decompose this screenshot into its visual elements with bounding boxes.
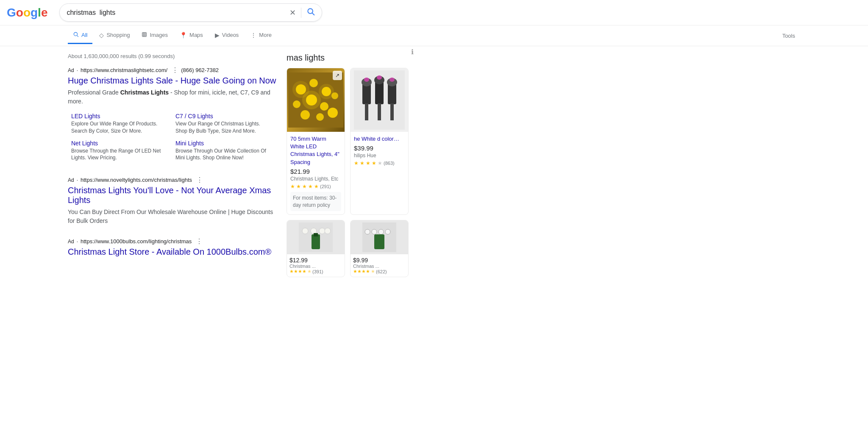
ad-url-2[interactable]: https://www.noveltylights.com/christmas/… [81, 177, 192, 183]
ad-badge-1: Ad [68, 67, 74, 73]
tab-more[interactable]: ⋮ More [245, 28, 277, 44]
ad-meta-3: Ad · https://www.1000bulbs.com/lighting/… [68, 237, 280, 245]
ad-menu-icon-2[interactable]: ⋮ [196, 176, 203, 184]
ad-badge-2: Ad [68, 177, 74, 183]
bottom-product-stars-2: ★★★★★ (622) [353, 269, 406, 274]
product-title-1[interactable]: 70 5mm Warm White LED Christmas Lights, … [290, 135, 341, 166]
product-card-1-main: ↗ [287, 68, 345, 132]
star-5: ★ [314, 183, 319, 189]
svg-point-46 [378, 229, 384, 234]
ad-dot-separator-3: · [77, 239, 78, 245]
svg-point-13 [293, 100, 300, 108]
sub-link-net: Net Lights Browse Through the Range Of L… [71, 137, 175, 164]
product-card-2-main [351, 68, 408, 132]
svg-point-0 [308, 8, 313, 14]
bottom-products: $12.99 Christmas ... ★★★★★ (391) [287, 220, 409, 277]
tab-maps-label: Maps [189, 32, 203, 38]
sub-link-led: LED Lights Explore Our Wide Range Of Pro… [71, 110, 175, 137]
videos-tab-icon: ▶ [215, 32, 220, 39]
tools-button[interactable]: Tools [777, 28, 800, 43]
search-button-icon[interactable] [306, 7, 315, 18]
bottom-product-price-2: $9.99 [353, 257, 406, 264]
tab-videos-label: Videos [222, 32, 239, 38]
sub-link-c7c9-title[interactable]: C7 / C9 Lights [175, 113, 273, 120]
search-input[interactable] [67, 9, 289, 17]
tab-images[interactable]: Images [136, 28, 173, 44]
svg-point-11 [309, 79, 318, 87]
ad-meta-2: Ad · https://www.noveltylights.com/chris… [68, 176, 280, 184]
sub-link-c7c9-desc: View Our Range Of Christmas Lights. Shop… [175, 120, 273, 135]
product-card-1[interactable]: ↗ 70 5mm Warm White LED Christmas Lights… [287, 68, 345, 215]
product-title-2[interactable]: he White d color… [354, 135, 405, 143]
ad-title-2[interactable]: Christmas Lights You'll Love - Not Your … [68, 186, 280, 205]
external-link-icon-1[interactable]: ↗ [333, 71, 342, 80]
ad-phone-1: (866) 962-7382 [181, 67, 219, 73]
more-tab-icon: ⋮ [250, 32, 256, 39]
star-3: ★ [302, 183, 307, 189]
svg-rect-25 [375, 81, 384, 104]
product-stars-1: ★ ★ ★ ★ ★ (291) [290, 183, 341, 189]
info-icon[interactable]: ℹ [411, 48, 414, 56]
right-panel: ℹ mas lights [280, 46, 415, 277]
stars-count-2: (863) [384, 161, 395, 166]
ad-title-3[interactable]: Christmas Light Store - Available On 100… [68, 247, 280, 257]
sub-link-mini-title[interactable]: Mini Lights [175, 140, 273, 147]
bottom-product-1[interactable]: $12.99 Christmas ... ★★★★★ (391) [287, 220, 345, 277]
logo-letter-o1: o [16, 6, 23, 19]
sub-link-led-title[interactable]: LED Lights [71, 113, 169, 120]
svg-point-18 [316, 113, 324, 121]
bottom-product-2[interactable]: $9.99 Christmas ... ★★★★★ (622) [350, 220, 409, 277]
svg-point-38 [311, 228, 317, 234]
ad-url-3[interactable]: https://www.1000bulbs.com/lighting/chris… [81, 238, 192, 245]
clear-icon[interactable]: ✕ [289, 8, 296, 17]
ad-title-1[interactable]: Huge Christmas Lights Sale - Huge Sale G… [68, 76, 280, 86]
logo-letter-l: l [38, 6, 41, 19]
tab-all[interactable]: All [68, 27, 92, 44]
bottom-product-info-2: $9.99 Christmas ... ★★★★★ (622) [351, 254, 408, 277]
tab-shopping-label: Shopping [106, 32, 130, 38]
svg-rect-33 [365, 103, 368, 120]
svg-point-44 [365, 229, 370, 234]
star2-4: ★ [372, 160, 376, 166]
return-policy: For most items: 30-day return policy [290, 192, 341, 211]
sub-link-net-desc: Browse Through the Range Of LED Net Ligh… [71, 147, 169, 162]
nav-tabs: All ◇ Shopping Images 📍 Maps ▶ Videos ⋮ … [0, 25, 868, 46]
product-seller-2: hilips Hue [354, 153, 405, 158]
shopping-tab-icon: ◇ [99, 32, 104, 39]
tab-maps[interactable]: 📍 Maps [175, 28, 208, 44]
ad-meta-1: Ad · https://www.christmaslightsetc.com/… [68, 66, 280, 74]
sub-link-net-title[interactable]: Net Lights [71, 140, 169, 147]
ad-result-2: Ad · https://www.noveltylights.com/chris… [68, 176, 280, 225]
svg-point-2 [74, 32, 77, 36]
bottom-product-info-1: $12.99 Christmas ... ★★★★★ (391) [287, 254, 345, 277]
product-card-2[interactable]: he White d color… $39.99 hilips Hue ★ ★ … [350, 68, 409, 215]
logo-letter-g2: g [31, 6, 38, 19]
maps-tab-icon: 📍 [180, 32, 187, 39]
ad-result-3: Ad · https://www.1000bulbs.com/lighting/… [68, 237, 280, 257]
ad-result-1: Ad · https://www.christmaslightsetc.com/… [68, 66, 280, 164]
ad-dot-separator-2: · [77, 177, 78, 183]
tab-shopping[interactable]: ◇ Shopping [94, 28, 135, 44]
header: G o o g l e ✕ [0, 0, 868, 25]
main-layout: About 1,630,000,000 results (0.99 second… [0, 46, 868, 277]
ad-menu-icon-3[interactable]: ⋮ [196, 237, 203, 245]
bottom-product-stars-1: ★★★★★ (391) [289, 269, 342, 274]
svg-point-22 [319, 84, 334, 99]
tab-videos[interactable]: ▶ Videos [210, 28, 244, 44]
logo-letter-o2: o [23, 6, 31, 19]
left-content: About 1,630,000,000 results (0.99 second… [0, 46, 280, 277]
sub-link-mini: Mini Lights Browse Through Our Wide Coll… [175, 137, 280, 164]
star2-3: ★ [366, 160, 370, 166]
search-bar: ✕ [59, 3, 322, 22]
svg-point-32 [389, 78, 395, 82]
ad-menu-icon-1[interactable]: ⋮ [172, 66, 178, 74]
all-tab-icon [73, 31, 79, 39]
svg-point-39 [319, 228, 325, 234]
stars-count-1: (291) [320, 184, 331, 189]
svg-point-21 [302, 91, 321, 109]
ad-url-1[interactable]: https://www.christmaslightsetc.com/ [81, 67, 167, 73]
star2-2: ★ [360, 160, 364, 166]
ad-badge-3: Ad [68, 239, 74, 245]
star-4: ★ [308, 183, 313, 189]
bottom-product-img-2 [351, 220, 408, 254]
